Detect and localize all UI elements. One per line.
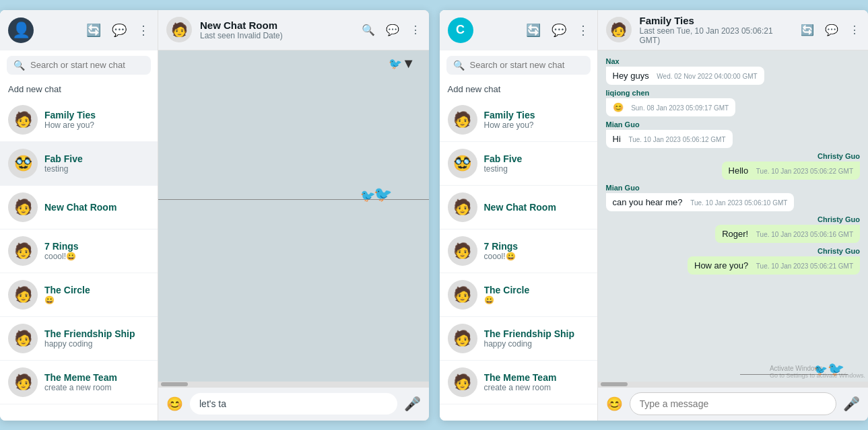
emoji-icon-2[interactable]: 😊 bbox=[606, 396, 623, 412]
message-row-3: Christy Guo Hello Tue. 10 Jan 2023 05:06… bbox=[722, 152, 860, 180]
chat-info-7rings-1: 7 Rings coool!😀 bbox=[44, 241, 149, 261]
chat-item-fab-five-1[interactable]: 🥸 Fab Five testing bbox=[0, 142, 158, 186]
chat-avatar-meme-team-2: 🧑 bbox=[448, 367, 477, 397]
messages-body-2: Nax Hey guys Wed. 02 Nov 2022 04:00:00 G… bbox=[598, 50, 869, 382]
chat-preview-family-ties-1: How are you? bbox=[44, 120, 149, 130]
chat-avatar-friendship-2: 🧑 bbox=[448, 324, 477, 353]
chat-header-icons-2: 🔄 💬 ⋮ bbox=[801, 24, 860, 36]
add-new-chat-1[interactable]: Add new chat bbox=[0, 80, 158, 98]
chat-name-7rings-1: 7 Rings bbox=[44, 241, 149, 252]
sidebar-1: 👤 🔄 💬 ⋮ 🔍 Add new chat 🧑 Family Ties How… bbox=[0, 10, 158, 421]
chat-avatar-friendship-1: 🧑 bbox=[8, 324, 38, 353]
emoji-icon-1[interactable]: 😊 bbox=[166, 396, 183, 412]
chat-item-new-chat-room-1[interactable]: 🧑 New Chat Room bbox=[0, 186, 158, 229]
chat-item-meme-team-1[interactable]: 🧑 The Meme Team create a new room bbox=[0, 361, 158, 404]
msg-sender-0: Nax bbox=[606, 57, 764, 65]
reload-icon-2[interactable]: 🔄 bbox=[526, 23, 541, 38]
chat-info-family-ties-1: Family Ties How are you? bbox=[44, 110, 149, 130]
menu-icon-2[interactable]: ⋮ bbox=[577, 23, 589, 38]
menu-icon-1[interactable]: ⋮ bbox=[137, 23, 149, 38]
chat-avatar-new-chat-room-1: 🧑 bbox=[8, 192, 38, 222]
chat-body-1: 🐦 ▼ 🐦 🐦 bbox=[158, 50, 429, 382]
sidebar-header-icons-2: 🔄 💬 ⋮ bbox=[526, 23, 589, 38]
chat-avatar-circle-1: 🧑 bbox=[8, 280, 38, 310]
search-input-1[interactable] bbox=[30, 60, 144, 70]
msg-time-6: Tue. 10 Jan 2023 05:06:21 GMT bbox=[756, 262, 853, 270]
messages-area-2: 🧑 Family Ties Last seen Tue, 10 Jan 2023… bbox=[598, 10, 869, 421]
chat-header-menu-icon-1[interactable]: ⋮ bbox=[410, 24, 421, 36]
search-wrapper-1: 🔍 bbox=[7, 56, 151, 75]
chat-preview-meme-team-2: create a new room bbox=[484, 383, 589, 392]
chat-item-friendship-1[interactable]: 🧑 The Friendship Ship happy coding bbox=[0, 317, 158, 361]
chat-avatar-meme-team-1: 🧑 bbox=[8, 367, 38, 397]
msg-time-0: Wed. 02 Nov 2022 04:00:00 GMT bbox=[657, 73, 757, 80]
chat-item-family-ties-2[interactable]: 🧑 Family Ties How are you? bbox=[440, 98, 597, 142]
chat-info-meme-team-2: The Meme Team create a new room bbox=[484, 372, 589, 392]
msg-time-1: Sun. 08 Jan 2023 05:09:17 GMT bbox=[631, 104, 729, 112]
chat-name-family-ties-1: Family Ties bbox=[44, 110, 149, 120]
chat-item-fab-five-2[interactable]: 🥸 Fab Five testing bbox=[440, 142, 597, 186]
chat-header-avatar-1: 🧑 bbox=[166, 17, 192, 42]
chat-name-friendship-2: The Friendship Ship bbox=[484, 328, 589, 339]
chat-header-1: 🧑 New Chat Room Last seen Invalid Date) … bbox=[158, 10, 429, 50]
chat-info-new-chat-room-2: New Chat Room bbox=[484, 202, 589, 213]
chat-item-circle-2[interactable]: 🧑 The Circle 😀 bbox=[440, 273, 597, 317]
chat-info-circle-2: The Circle 😀 bbox=[484, 285, 589, 305]
chat-name-circle-1: The Circle bbox=[44, 285, 149, 295]
msg-bubble-4: can you hear me? Tue. 10 Jan 2023 05:06:… bbox=[606, 193, 795, 211]
mic-icon-1[interactable]: 🎤 bbox=[404, 396, 421, 412]
message-row-6: Christy Guo How are you? Tue. 10 Jan 202… bbox=[688, 247, 860, 275]
chat-header-info-2: Family Ties Last seen Tue, 10 Jan 2023 0… bbox=[640, 15, 793, 45]
chat-name-meme-team-1: The Meme Team bbox=[44, 372, 149, 383]
mic-icon-2[interactable]: 🎤 bbox=[843, 396, 860, 412]
chat-preview-fab-five-1: testing bbox=[44, 164, 149, 174]
chat-info-friendship-2: The Friendship Ship happy coding bbox=[484, 328, 589, 349]
msg-time-2: Tue. 10 Jan 2023 05:06:12 GMT bbox=[628, 136, 725, 143]
search-wrapper-2: 🔍 bbox=[446, 56, 591, 75]
app-window-1: 👤 🔄 💬 ⋮ 🔍 Add new chat 🧑 Family Ties How… bbox=[0, 10, 429, 421]
search-icon-1: 🔍 bbox=[13, 60, 25, 71]
chat-preview-meme-team-1: create a new room bbox=[44, 383, 149, 392]
chat-header-reload-icon-2[interactable]: 🔄 bbox=[801, 24, 814, 36]
chat-input-2[interactable] bbox=[630, 392, 837, 415]
chat-item-new-chat-room-2[interactable]: 🧑 New Chat Room bbox=[440, 186, 597, 229]
chat-item-7rings-2[interactable]: 🧑 7 Rings coool!😀 bbox=[440, 229, 597, 273]
message-row-4: Mian Guo can you hear me? Tue. 10 Jan 20… bbox=[606, 184, 795, 211]
sidebar-header-icons-1: 🔄 💬 ⋮ bbox=[86, 23, 149, 38]
chat-icon-1[interactable]: 💬 bbox=[112, 23, 127, 38]
chat-footer-2: 😊 🎤 bbox=[598, 387, 869, 421]
search-input-2[interactable] bbox=[470, 60, 584, 70]
chat-header-menu-icon-2[interactable]: ⋮ bbox=[849, 24, 860, 36]
chat-item-meme-team-2[interactable]: 🧑 The Meme Team create a new room bbox=[440, 361, 597, 404]
chat-name-fab-five-2: Fab Five bbox=[484, 153, 589, 164]
chat-item-circle-1[interactable]: 🧑 The Circle 😀 bbox=[0, 273, 158, 317]
horizontal-scrollbar-2[interactable] bbox=[598, 382, 869, 387]
add-new-chat-2[interactable]: Add new chat bbox=[440, 80, 597, 98]
horizontal-scrollbar-1[interactable] bbox=[158, 382, 429, 387]
chat-avatar-fab-five-1: 🥸 bbox=[8, 149, 38, 178]
chat-header-search-icon-1[interactable]: 🔍 bbox=[362, 24, 375, 36]
chat-header-msg-icon-2[interactable]: 💬 bbox=[825, 24, 838, 36]
chat-info-7rings-2: 7 Rings coool!😀 bbox=[484, 241, 589, 261]
chat-item-friendship-2[interactable]: 🧑 The Friendship Ship happy coding bbox=[440, 317, 597, 361]
chat-name-7rings-2: 7 Rings bbox=[484, 241, 589, 252]
chat-list-1: 🧑 Family Ties How are you? 🥸 Fab Five te… bbox=[0, 98, 158, 421]
msg-bubble-2: Hi Tue. 10 Jan 2023 05:06:12 GMT bbox=[606, 130, 733, 148]
chat-preview-circle-1: 😀 bbox=[44, 295, 149, 305]
chat-header-title-2: Family Ties bbox=[640, 15, 793, 26]
chat-item-7rings-1[interactable]: 🧑 7 Rings coool!😀 bbox=[0, 229, 158, 273]
chat-header-attach-icon-1[interactable]: 💬 bbox=[386, 24, 399, 36]
chat-input-1[interactable] bbox=[190, 393, 397, 415]
sidebar-2: C 🔄 💬 ⋮ 🔍 Add new chat 🧑 Family Ties How… bbox=[440, 10, 598, 421]
msg-bubble-5: Roger! Tue. 10 Jan 2023 05:06:16 GMT bbox=[715, 225, 860, 243]
chat-item-family-ties-1[interactable]: 🧑 Family Ties How are you? bbox=[0, 98, 158, 142]
chat-name-family-ties-2: Family Ties bbox=[484, 110, 589, 120]
chat-info-fab-five-1: Fab Five testing bbox=[44, 153, 149, 174]
chat-footer-1: 😊 🎤 bbox=[158, 387, 429, 421]
scroll-thumb-2 bbox=[601, 382, 628, 386]
reload-icon-1[interactable]: 🔄 bbox=[86, 23, 101, 38]
search-bar-2: 🔍 bbox=[440, 50, 597, 80]
msg-sender-6: Christy Guo bbox=[688, 247, 860, 255]
chat-icon-2[interactable]: 💬 bbox=[552, 23, 566, 38]
chat-name-new-chat-room-2: New Chat Room bbox=[484, 202, 589, 213]
